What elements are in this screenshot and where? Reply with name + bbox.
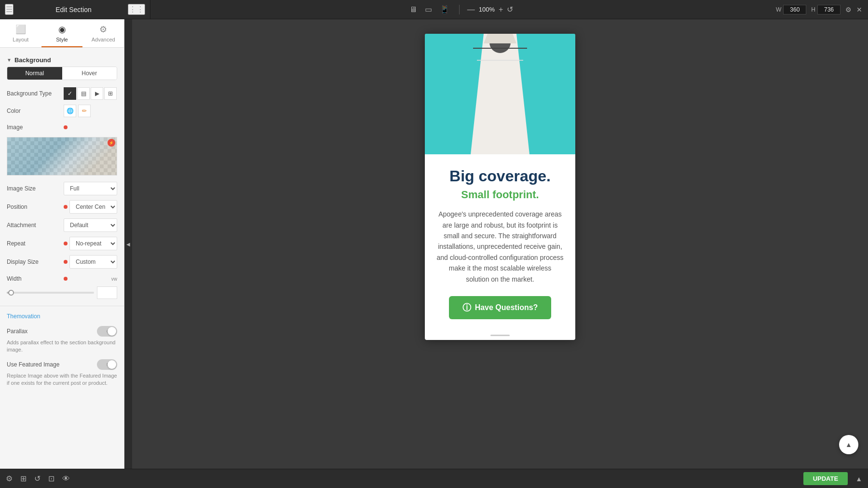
bg-type-color-icon[interactable]: ✓ [64, 87, 76, 100]
history-icon[interactable]: ↺ [34, 474, 41, 483]
cta-label: Have Questions? [475, 303, 538, 312]
repeat-select[interactable]: No-repeat Repeat Repeat-X Repeat-Y [69, 237, 117, 250]
section-divider [0, 306, 124, 306]
tablet-icon[interactable]: ▭ [423, 3, 434, 16]
parallax-row: Parallax OFF [0, 324, 124, 339]
update-arrow-icon[interactable]: ▲ [855, 475, 862, 483]
width-link-dot [64, 277, 68, 281]
image-size-label: Image Size [7, 185, 60, 192]
zoom-in-icon[interactable]: + [499, 5, 503, 14]
bg-type-video-icon[interactable]: ▶ [91, 87, 103, 100]
bottombar: ⚙ ⊞ ↺ ⊡ 👁 UPDATE ▲ [0, 469, 868, 488]
preview-heading: Big coverage. [436, 168, 564, 185]
image-size-control: Full Large Medium Thumbnail [64, 182, 117, 195]
attachment-select[interactable]: Default Fixed Scroll [64, 218, 117, 232]
bg-type-row: Background Type ✓ ▤ ▶ ⊞ [0, 85, 124, 102]
width-field[interactable] [783, 5, 806, 14]
repeat-control: No-repeat Repeat Repeat-X Repeat-Y [64, 237, 117, 250]
layers-icon[interactable]: ⊞ [20, 474, 27, 483]
preview-body-text: Apogee's unprecedented coverage areas ar… [436, 209, 564, 285]
color-global-icon[interactable]: 🌐 [64, 105, 76, 117]
grid-icon[interactable]: ⋮⋮ [128, 4, 145, 15]
preview-card: Big coverage. Small footprint. Apogee's … [425, 34, 575, 340]
topbar: ☰ Edit Section ⋮⋮ 🖥 ▭ 📱 — 100% + ↺ W H ⚙… [0, 0, 868, 19]
topbar-center: 🖥 ▭ 📱 — 100% + ↺ [150, 3, 770, 16]
bg-tab-hover[interactable]: Hover [62, 67, 117, 80]
background-label: Background [14, 56, 51, 64]
use-featured-row: Use Featured Image No [0, 357, 124, 372]
responsive-icon[interactable]: ⊡ [48, 474, 54, 483]
settings-bottom-icon[interactable]: ⚙ [6, 474, 13, 483]
zoom-reset-icon[interactable]: ↺ [507, 5, 513, 14]
scroll-up-button[interactable]: ▲ [839, 435, 858, 454]
themovation-link[interactable]: Themovation [0, 309, 124, 324]
attachment-label: Attachment [7, 222, 60, 229]
device-icons: 🖥 ▭ 📱 [407, 3, 451, 16]
attachment-row: Attachment Default Fixed Scroll [0, 216, 124, 234]
mobile-icon[interactable]: 📱 [438, 3, 451, 16]
zoom-value: 100% [479, 6, 495, 13]
settings-icon[interactable]: ⚙ [845, 6, 852, 14]
display-size-select[interactable]: Custom Cover Contain Auto [69, 255, 117, 269]
sidebar-content: ▼ Background Normal Hover Background Typ… [0, 48, 124, 469]
tab-advanced-label: Advanced [92, 37, 115, 42]
slider-track [7, 292, 94, 294]
separator [459, 5, 460, 14]
color-control: 🌐 ✏ [64, 105, 117, 117]
background-section-header: ▼ Background [0, 53, 124, 67]
image-preview[interactable]: ⚡ [7, 137, 117, 176]
layout-icon: ⬜ [15, 24, 26, 35]
attachment-control: Default Fixed Scroll [64, 218, 117, 232]
scroll-indicator [425, 331, 575, 340]
preview-icon[interactable]: 👁 [62, 474, 70, 483]
position-select[interactable]: Center Center Top Left Top Center Top Ri… [69, 200, 117, 214]
sidebar: ⬜ Layout ◉ Style ⚙ Advanced ▼ Background… [0, 19, 124, 469]
color-picker-icon[interactable]: ✏ [78, 105, 91, 117]
image-preview-inner [7, 137, 117, 175]
hero-image [425, 34, 575, 154]
width-slider[interactable] [7, 286, 117, 299]
height-field[interactable] [817, 5, 841, 14]
width-unit[interactable]: vw [111, 276, 117, 282]
canvas-area: Big coverage. Small footprint. Apogee's … [132, 19, 868, 469]
parallax-label: Parallax [7, 328, 93, 335]
position-select-wrap: Center Center Top Left Top Center Top Ri… [69, 200, 117, 214]
zoom-out-icon[interactable]: — [467, 5, 475, 14]
width-number-input[interactable] [97, 286, 117, 299]
use-featured-toggle-knob [108, 360, 116, 369]
topbar-title: Edit Section [19, 6, 128, 14]
zoom-controls: — 100% + ↺ [467, 5, 514, 14]
image-label: Image [7, 124, 60, 131]
hamburger-icon[interactable]: ☰ [5, 4, 14, 15]
bg-type-slideshow-icon[interactable]: ⊞ [104, 87, 117, 100]
tab-style[interactable]: ◉ Style [41, 19, 83, 47]
display-size-row: Display Size Custom Cover Contain Auto [0, 253, 124, 271]
display-size-select-wrap: Custom Cover Contain Auto [69, 255, 117, 269]
bg-tab-normal[interactable]: Normal [7, 67, 62, 80]
scroll-bar [490, 335, 510, 336]
bg-type-gradient-icon[interactable]: ▤ [77, 87, 90, 100]
collapse-arrow-icon[interactable]: ▼ [7, 57, 12, 63]
parallax-toggle-knob [108, 327, 116, 336]
cta-button[interactable]: ⓘ Have Questions? [449, 296, 552, 319]
width-slider-row [0, 286, 124, 303]
cta-icon: ⓘ [462, 302, 471, 313]
collapse-handle[interactable]: ◀ [124, 19, 132, 469]
desktop-icon[interactable]: 🖥 [407, 3, 419, 16]
color-label: Color [7, 108, 60, 114]
parallax-toggle[interactable]: OFF [97, 326, 117, 337]
use-featured-toggle[interactable]: No [97, 359, 117, 370]
close-icon[interactable]: ✕ [856, 6, 862, 14]
image-size-select[interactable]: Full Large Medium Thumbnail [64, 182, 117, 195]
update-button[interactable]: UPDATE [803, 472, 848, 485]
slider-thumb[interactable] [8, 290, 14, 296]
advanced-icon: ⚙ [99, 24, 107, 35]
tab-layout[interactable]: ⬜ Layout [0, 19, 41, 47]
width-label: Width [7, 275, 60, 282]
preview-hero [425, 34, 575, 154]
image-link-control [64, 125, 117, 129]
bg-tabs: Normal Hover [7, 67, 117, 80]
tab-advanced[interactable]: ⚙ Advanced [82, 19, 124, 47]
use-featured-desc: Replace Image above with the Featured Im… [0, 372, 124, 390]
width-row: Width vw [0, 271, 124, 286]
